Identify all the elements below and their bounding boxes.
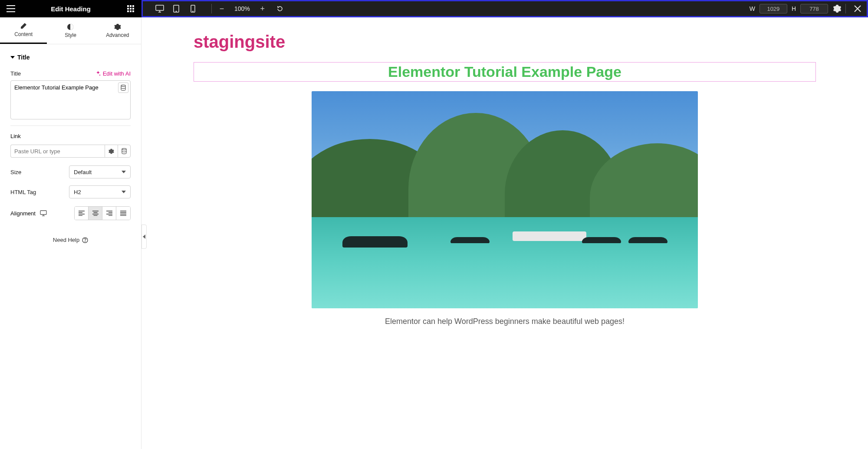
sparkles-icon [95,71,101,77]
align-center-button[interactable] [89,207,102,220]
svg-rect-1 [7,8,15,9]
text-widget[interactable]: Elementor can help WordPress beginners m… [194,317,816,326]
edit-with-ai-button[interactable]: Edit with AI [95,70,131,77]
size-select[interactable]: Default [69,165,131,178]
mobile-device-button[interactable] [188,4,197,13]
chevron-left-icon [143,234,145,239]
size-field-label: Size [10,169,21,175]
svg-rect-12 [156,5,164,10]
alignment-field-label: Alignment [10,210,36,217]
heading-widget-selected[interactable]: Elementor Tutorial Example Page [194,62,816,82]
tab-style[interactable]: Style [47,17,94,44]
svg-rect-11 [132,10,134,12]
link-options-button[interactable] [105,145,118,158]
zoom-out-button[interactable]: − [217,4,227,13]
pencil-icon [20,23,27,30]
link-field-label: Link [10,130,131,142]
svg-rect-5 [132,5,134,7]
mobile-icon [191,5,195,13]
svg-rect-7 [130,8,132,10]
image-widget[interactable] [312,91,698,308]
svg-rect-0 [7,5,15,6]
height-input[interactable] [800,4,828,13]
collapse-panel-button[interactable] [141,224,147,249]
svg-rect-9 [127,10,129,12]
style-icon [67,23,74,30]
preview-canvas[interactable]: stagingsite Elementor Tutorial Example P… [141,17,868,449]
svg-point-16 [176,11,177,12]
html-tag-select-value: H2 [74,189,81,195]
database-icon [121,85,126,91]
close-icon [854,5,861,12]
plus-icon: + [260,4,265,13]
align-right-button[interactable] [102,207,116,220]
svg-rect-8 [132,8,134,10]
svg-rect-2 [7,11,15,12]
tab-label: Style [65,32,76,38]
dynamic-tags-button[interactable] [118,83,128,93]
svg-point-23 [122,149,126,150]
size-select-value: Default [74,169,92,175]
caret-down-icon [122,171,126,173]
desktop-device-button[interactable] [155,4,164,13]
hamburger-menu-button[interactable] [0,0,22,17]
settings-button[interactable] [832,3,843,14]
divider [211,4,212,13]
caret-down-icon [10,56,15,59]
desktop-icon [40,210,47,216]
widgets-panel-button[interactable] [120,0,141,17]
svg-point-18 [193,11,193,12]
need-help-link[interactable]: Need Help [0,224,141,256]
svg-point-44 [85,241,85,242]
link-dynamic-button[interactable] [118,145,131,158]
svg-rect-3 [127,5,129,7]
help-label: Need Help [53,237,79,243]
svg-rect-4 [130,5,132,7]
gear-icon [114,23,121,30]
tab-advanced[interactable]: Advanced [94,17,141,44]
divider [845,4,846,13]
height-label: H [792,5,796,12]
database-icon [122,148,127,154]
svg-point-22 [121,85,125,87]
align-center-icon [92,211,99,216]
link-input[interactable] [10,145,105,158]
align-justify-icon [120,211,126,216]
align-justify-button[interactable] [116,207,130,220]
undo-icon [276,5,283,12]
title-field-label: Title [10,70,21,77]
width-label: W [750,5,755,12]
minus-icon: − [220,4,224,13]
tab-label: Advanced [106,32,129,38]
ai-link-label: Edit with AI [103,70,131,77]
tablet-device-button[interactable] [171,4,181,13]
close-button[interactable] [852,3,863,14]
width-input[interactable] [760,4,787,13]
align-right-icon [106,211,112,216]
svg-rect-24 [40,211,46,215]
help-icon [82,237,88,243]
gear-icon [833,5,841,13]
tablet-icon [173,5,179,13]
grid-icon [127,5,134,12]
section-toggle-title[interactable]: Title [10,50,131,67]
heading-text: Elementor Tutorial Example Page [194,63,815,80]
zoom-value: 100% [234,5,250,12]
svg-rect-6 [127,8,129,10]
zoom-reset-button[interactable] [275,4,285,13]
align-left-icon [79,211,85,216]
panel-title: Edit Heading [22,5,120,13]
divider [10,125,131,126]
zoom-in-button[interactable]: + [258,4,267,13]
gear-icon [108,149,114,154]
desktop-icon [155,5,164,13]
tab-label: Content [14,31,33,37]
align-left-button[interactable] [75,207,89,220]
hamburger-icon [7,5,15,12]
html-tag-select[interactable]: H2 [69,185,131,198]
caret-down-icon [122,191,126,193]
title-textarea[interactable]: Elementor Tutorial Example Page [10,80,131,119]
svg-rect-10 [130,10,132,12]
tab-content[interactable]: Content [0,17,47,44]
site-title: stagingsite [194,29,816,62]
